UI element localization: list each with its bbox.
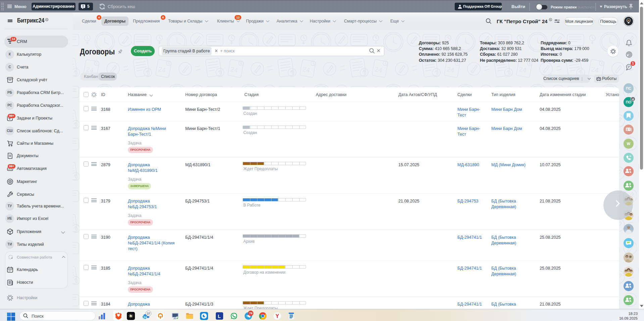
svg-text:Y: Y [276, 313, 279, 319]
svg-text:L: L [218, 314, 221, 319]
svg-text:24: 24 [144, 316, 147, 319]
